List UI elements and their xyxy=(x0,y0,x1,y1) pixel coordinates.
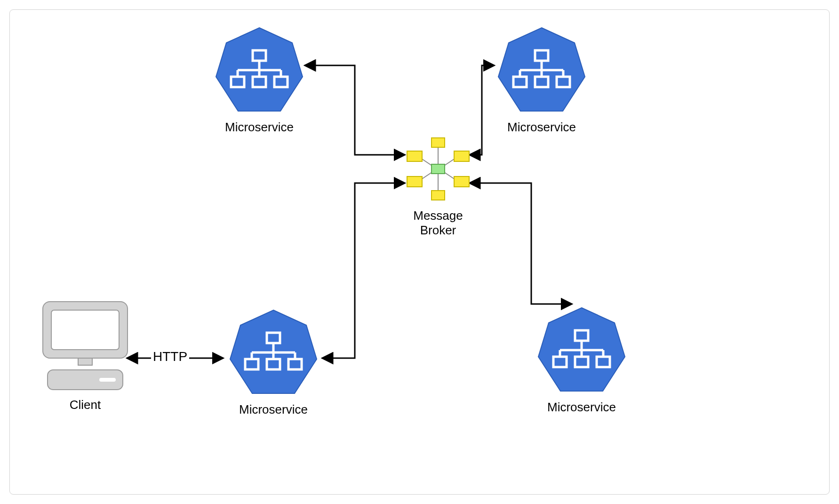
microservice-label: Microservice xyxy=(535,400,629,415)
microservice-icon xyxy=(535,304,629,398)
microservice-label: Microservice xyxy=(212,120,306,135)
svg-rect-1 xyxy=(51,310,119,350)
edge-broker-ms-br xyxy=(470,183,571,304)
microservice-bottom-left: Microservice xyxy=(226,306,320,417)
svg-rect-54 xyxy=(407,151,422,161)
microservice-icon xyxy=(226,306,320,400)
microservice-label: Microservice xyxy=(226,402,320,417)
edge-ms-bl-broker xyxy=(323,183,404,358)
client-node: Client xyxy=(38,297,132,412)
svg-rect-53 xyxy=(431,191,445,200)
message-broker-node: Message Broker xyxy=(400,131,476,238)
microservice-icon xyxy=(495,24,589,118)
edges-layer xyxy=(10,10,830,495)
svg-rect-2 xyxy=(78,358,92,365)
client-icon xyxy=(38,297,132,396)
microservice-top-left: Microservice xyxy=(212,24,306,135)
microservice-top-right: Microservice xyxy=(495,24,589,135)
broker-label: Message Broker xyxy=(400,208,476,238)
svg-rect-51 xyxy=(431,164,445,174)
microservice-bottom-right: Microservice xyxy=(535,304,629,415)
microservice-label: Microservice xyxy=(495,120,589,135)
svg-rect-4 xyxy=(99,378,116,382)
svg-rect-52 xyxy=(431,138,445,147)
edge-ms-tl-broker xyxy=(305,65,404,155)
http-label: HTTP xyxy=(151,349,189,364)
svg-rect-56 xyxy=(407,176,422,187)
microservice-icon xyxy=(212,24,306,118)
edge-label-http: HTTP xyxy=(151,349,189,365)
svg-rect-55 xyxy=(454,151,469,161)
svg-rect-57 xyxy=(454,176,469,187)
diagram-canvas: HTTP Client Micr xyxy=(9,9,830,495)
message-broker-icon xyxy=(400,131,476,207)
client-label: Client xyxy=(38,398,132,412)
